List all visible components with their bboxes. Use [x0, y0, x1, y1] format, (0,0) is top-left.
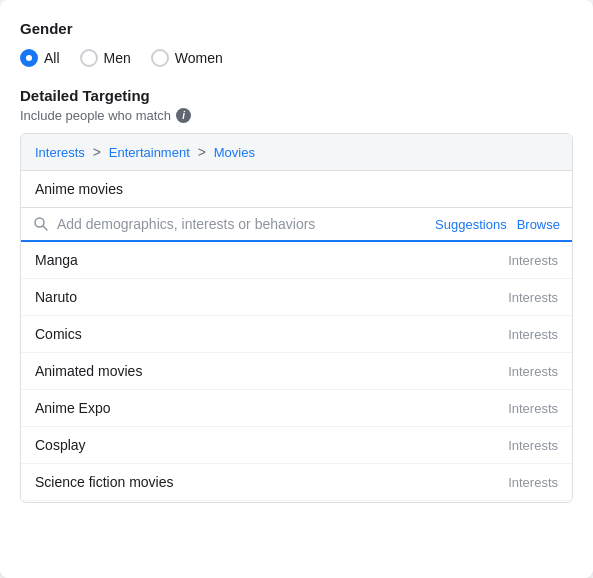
radio-all[interactable] — [20, 49, 38, 67]
include-label-text: Include people who match — [20, 108, 171, 123]
list-item[interactable]: Manga Interests — [21, 242, 572, 279]
suggestions-button[interactable]: Suggestions — [435, 217, 507, 232]
svg-line-1 — [43, 226, 47, 230]
include-label-row: Include people who match i — [20, 108, 573, 123]
search-actions: Suggestions Browse — [435, 217, 560, 232]
breadcrumb-part3[interactable]: Movies — [214, 145, 255, 160]
gender-title: Gender — [20, 20, 573, 37]
list-item[interactable]: Animated movies Interests — [21, 353, 572, 390]
search-icon — [33, 216, 49, 232]
list-item[interactable]: Anime Expo Interests — [21, 390, 572, 427]
list-item[interactable]: Comics Interests — [21, 316, 572, 353]
dropdown-list: Manga Interests Naruto Interests Comics … — [21, 242, 572, 502]
radio-women-label: Women — [175, 50, 223, 66]
radio-men-label: Men — [104, 50, 131, 66]
detailed-targeting-title: Detailed Targeting — [20, 87, 573, 104]
gender-option-women[interactable]: Women — [151, 49, 223, 67]
breadcrumb-part1[interactable]: Interests — [35, 145, 85, 160]
selected-item-text: Anime movies — [35, 181, 123, 197]
search-input[interactable] — [57, 216, 427, 232]
browse-button[interactable]: Browse — [517, 217, 560, 232]
breadcrumb-sep2: > — [198, 144, 210, 160]
main-card: Gender All Men Women Detailed Targeting … — [0, 0, 593, 578]
list-item[interactable]: Science fiction movies Interests — [21, 464, 572, 501]
gender-option-men[interactable]: Men — [80, 49, 131, 67]
list-item[interactable]: Cosplay Interests — [21, 427, 572, 464]
list-item[interactable]: Comedy movies Interests — [21, 501, 572, 502]
radio-all-label: All — [44, 50, 60, 66]
breadcrumb-part2[interactable]: Entertainment — [109, 145, 190, 160]
radio-women[interactable] — [151, 49, 169, 67]
radio-men[interactable] — [80, 49, 98, 67]
gender-option-all[interactable]: All — [20, 49, 60, 67]
list-item[interactable]: Naruto Interests — [21, 279, 572, 316]
targeting-box: Interests > Entertainment > Movies Anime… — [20, 133, 573, 503]
gender-options: All Men Women — [20, 49, 573, 67]
breadcrumb-sep1: > — [93, 144, 105, 160]
search-row: Suggestions Browse — [21, 208, 572, 242]
selected-item-row: Anime movies — [21, 171, 572, 208]
info-icon[interactable]: i — [176, 108, 191, 123]
breadcrumb-row: Interests > Entertainment > Movies — [21, 134, 572, 171]
